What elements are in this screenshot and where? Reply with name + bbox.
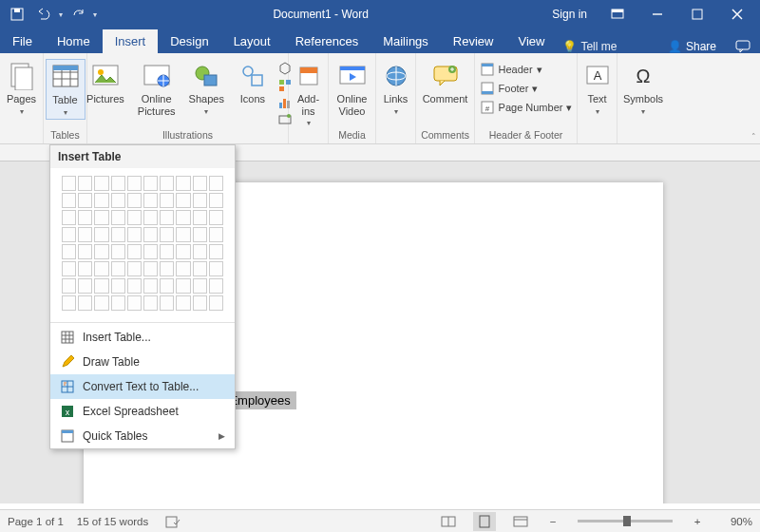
status-words[interactable]: 15 of 15 words	[77, 516, 148, 527]
link-icon	[381, 61, 411, 91]
svg-rect-28	[279, 103, 282, 108]
table-size-grid[interactable]	[50, 168, 235, 320]
tab-layout[interactable]: Layout	[221, 29, 283, 53]
svg-point-18	[98, 69, 104, 75]
header-button[interactable]: Header▾	[476, 61, 577, 78]
svg-rect-27	[279, 86, 284, 91]
header-icon	[480, 62, 495, 77]
zoom-percent[interactable]: 90%	[718, 516, 752, 527]
quick-access-toolbar: ▾ ▾	[0, 3, 103, 26]
shapes-icon	[191, 61, 221, 91]
svg-rect-10	[15, 67, 32, 90]
collapse-ribbon-icon[interactable]: ˄	[751, 132, 756, 142]
page-number-button[interactable]: #Page Number▾	[476, 99, 577, 116]
menu-excel-label: Excel Spreadsheet	[83, 405, 179, 418]
undo-icon[interactable]	[32, 3, 55, 26]
convert-icon	[60, 379, 75, 394]
svg-rect-68	[480, 516, 489, 527]
text-button[interactable]: AText▾	[579, 59, 617, 118]
undo-dropdown-icon[interactable]: ▾	[59, 10, 63, 19]
comment-label: Comment	[423, 93, 468, 105]
menu-draw-table[interactable]: Draw Table	[50, 350, 235, 374]
close-icon[interactable]	[718, 0, 756, 28]
tab-view[interactable]: View	[505, 29, 557, 53]
group-pages: Pages▾	[0, 53, 44, 143]
save-icon[interactable]	[6, 3, 28, 26]
addins-icon	[294, 61, 324, 91]
pages-button[interactable]: Pages▾	[3, 59, 41, 118]
ribbon-display-icon[interactable]	[598, 0, 636, 28]
chevron-down-icon: ▾	[532, 83, 538, 95]
tab-mailings[interactable]: Mailings	[370, 29, 441, 53]
addins-button[interactable]: Add- ins▾	[290, 59, 328, 129]
share-icon: 👤	[668, 40, 682, 53]
comments-pane-icon[interactable]	[726, 40, 760, 53]
video-icon	[337, 61, 368, 91]
header-label: Header	[499, 64, 533, 75]
proofing-icon[interactable]	[162, 512, 184, 531]
maximize-icon[interactable]	[678, 0, 716, 28]
links-label: Links	[384, 93, 408, 105]
svg-rect-45	[482, 64, 493, 66]
svg-rect-8	[736, 41, 750, 49]
redo-icon[interactable]	[66, 3, 89, 26]
icons-button[interactable]: Icons	[234, 59, 272, 107]
online-video-button[interactable]: Online Video	[333, 59, 371, 119]
title-bar: ▾ ▾ Document1 - Word Sign in	[0, 0, 760, 28]
zoom-in-button[interactable]: +	[690, 516, 705, 527]
online-pictures-button[interactable]: Online Pictures	[134, 59, 180, 119]
chevron-right-icon: ▶	[218, 431, 225, 441]
zoom-out-button[interactable]: −	[545, 516, 560, 527]
tab-review[interactable]: Review	[441, 29, 506, 53]
svg-rect-16	[53, 66, 78, 70]
menu-excel-spreadsheet[interactable]: xExcel Spreadsheet	[50, 399, 235, 424]
group-symbols: ΩSymbols▾	[618, 53, 669, 143]
chevron-down-icon: ▾	[20, 107, 24, 116]
web-layout-icon[interactable]	[509, 512, 532, 531]
links-button[interactable]: Links▾	[377, 59, 415, 118]
table-button[interactable]: Table▾	[46, 59, 86, 120]
online-pictures-icon	[142, 61, 172, 91]
tab-file[interactable]: File	[0, 29, 45, 53]
menu-insert-table[interactable]: Insert Table...	[50, 325, 235, 350]
qat-customize-icon[interactable]: ▾	[93, 10, 97, 19]
page-number-icon: #	[480, 100, 495, 115]
chevron-down-icon: ▾	[394, 107, 398, 116]
svg-rect-29	[283, 99, 286, 108]
read-mode-icon[interactable]	[437, 512, 460, 531]
menu-convert-text-to-table[interactable]: Convert Text to Table...	[50, 374, 235, 399]
tab-insert[interactable]: Insert	[103, 29, 159, 53]
group-label-media: Media	[338, 128, 366, 143]
status-page[interactable]: Page 1 of 1	[8, 516, 64, 527]
tab-design[interactable]: Design	[158, 29, 220, 53]
zoom-slider[interactable]	[578, 520, 673, 522]
pictures-button[interactable]: Pictures	[83, 59, 128, 107]
chevron-down-icon: ▾	[204, 107, 208, 116]
group-header-footer: Header▾ Footer▾ #Page Number▾ Header & F…	[475, 53, 578, 143]
comment-button[interactable]: Comment	[419, 59, 472, 107]
chevron-down-icon: ▾	[307, 119, 311, 127]
tab-home[interactable]: Home	[45, 29, 103, 53]
comment-icon	[430, 61, 461, 91]
group-illustrations: Pictures Online Pictures Shapes▾ Icons I…	[87, 53, 289, 143]
table-icon	[50, 62, 81, 92]
quick-tables-icon	[60, 428, 75, 444]
share-button[interactable]: 👤Share	[658, 40, 726, 53]
signin-link[interactable]: Sign in	[542, 8, 597, 21]
window-title: Document1 - Word	[103, 8, 539, 21]
tell-me[interactable]: 💡Tell me	[562, 40, 617, 53]
menu-quick-tables-label: Quick Tables	[83, 429, 147, 443]
minimize-icon[interactable]	[638, 0, 676, 28]
symbols-button[interactable]: ΩSymbols▾	[619, 59, 667, 118]
tell-me-label: Tell me	[580, 40, 617, 53]
svg-rect-65	[166, 517, 177, 527]
tab-references[interactable]: References	[283, 29, 370, 53]
print-layout-icon[interactable]	[473, 512, 496, 531]
icons-label: Icons	[240, 93, 265, 105]
group-label-comments: Comments	[421, 128, 469, 143]
ribbon-tabs: File Home Insert Design Layout Reference…	[0, 28, 760, 53]
menu-quick-tables[interactable]: Quick Tables▶	[50, 424, 235, 448]
svg-rect-53	[62, 332, 73, 343]
footer-button[interactable]: Footer▾	[476, 80, 577, 97]
shapes-button[interactable]: Shapes▾	[185, 59, 228, 118]
